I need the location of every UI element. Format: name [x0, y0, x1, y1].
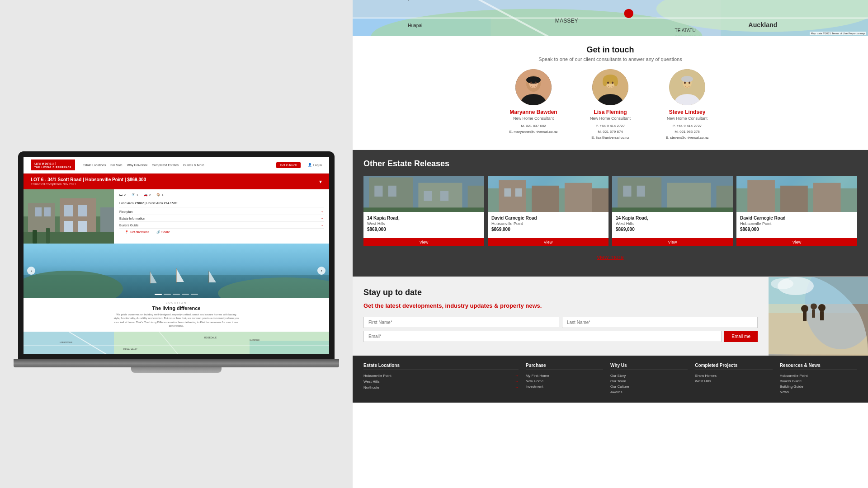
- footer-col-title-2: Purchase: [526, 363, 603, 370]
- bed-count: 2: [124, 193, 126, 197]
- release-price-4: $869,000: [740, 227, 854, 232]
- footer-link-hobsonville[interactable]: Hobsonville Point →: [363, 374, 519, 378]
- bed-icon: 🛏: [119, 193, 123, 197]
- nav-for-sale[interactable]: For Sale: [110, 164, 122, 167]
- svg-rect-104: [803, 312, 807, 321]
- nav-why-universal[interactable]: Why Universal: [127, 164, 147, 167]
- release-view-button-4[interactable]: View: [736, 238, 857, 246]
- slide-dot-2[interactable]: [164, 294, 171, 295]
- footer-item-show-homes[interactable]: Show Homes: [695, 374, 772, 378]
- release-price-3: $869,000: [616, 227, 729, 232]
- release-card-4: David Carnegie Road Hobsonville Point $8…: [736, 176, 857, 246]
- footer-item-our-culture[interactable]: Our Culture: [610, 385, 688, 389]
- share-link[interactable]: 🔗 Share: [156, 230, 170, 234]
- slide-dot-4[interactable]: [182, 294, 189, 295]
- footer-link-westhills[interactable]: West Hills →: [363, 380, 519, 384]
- first-name-input[interactable]: [363, 317, 559, 328]
- slide-dot-5[interactable]: [191, 294, 198, 295]
- email-input[interactable]: [363, 331, 722, 342]
- slide-dot-1[interactable]: [155, 294, 162, 295]
- floorplan-link[interactable]: Floorplan →: [119, 210, 324, 215]
- releases-grid: 14 Kapia Road, West Hills $869,000 View: [363, 176, 857, 246]
- slide-dots: [155, 294, 198, 295]
- release-view-button-2[interactable]: View: [488, 238, 609, 246]
- location-desc: We pride ourselves on building well-desi…: [113, 313, 240, 328]
- get-in-touch-section: Get in touch Speak to one of our client …: [353, 36, 868, 150]
- footer-link-northcote[interactable]: Northcote →: [363, 385, 519, 389]
- get-in-touch-subtitle: Speak to one of our client consultants t…: [366, 56, 854, 62]
- laptop-base: [14, 359, 339, 367]
- svg-point-62: [613, 77, 618, 86]
- svg-rect-82: [499, 180, 526, 212]
- footer-col-resources-news: Resources & News Hobsonville Point Buyer…: [780, 363, 857, 395]
- svg-text:MASSEY: MASSEY: [555, 18, 578, 24]
- get-in-touch-button[interactable]: Get in touch: [276, 162, 301, 168]
- footer-item-buyers-guide[interactable]: Buyers Guide: [780, 379, 857, 383]
- location-title: The living difference: [31, 305, 322, 311]
- right-panel: Taupaki WESTGATE DEVONPORT MASSEY TE ATA…: [353, 0, 868, 488]
- slide-prev-button[interactable]: ‹: [27, 267, 35, 275]
- svg-rect-94: [612, 208, 733, 212]
- slide-next-button[interactable]: ›: [317, 267, 326, 275]
- property-icons: 🛏 2 🚿 1 🚗 2: [119, 193, 324, 199]
- svg-rect-3: [35, 207, 42, 216]
- buyers-guide-link[interactable]: Buyers Guide →: [119, 224, 324, 229]
- release-address-3: 14 Kapia Road,: [616, 216, 729, 221]
- estate-info-link[interactable]: Estate Information →: [119, 217, 324, 222]
- consultant-3-name: Steve Lindsey: [669, 109, 706, 115]
- footer-item-news[interactable]: News: [780, 390, 857, 394]
- property-area: Land Area 276m² | House Area 224.15m²: [119, 202, 324, 207]
- footer-item-our-team[interactable]: Our Team: [610, 379, 688, 383]
- svg-point-103: [801, 305, 808, 312]
- consultant-3: Steve Lindsey New Home Consultant P. +64…: [658, 69, 717, 141]
- svg-rect-4: [44, 207, 51, 216]
- svg-rect-87: [515, 188, 522, 197]
- footer-item-investment[interactable]: Investment: [526, 385, 603, 389]
- release-view-button-1[interactable]: View: [363, 238, 484, 246]
- nav-completed-estates[interactable]: Completed Estates: [152, 164, 179, 167]
- footer-item-awards[interactable]: Awards: [610, 390, 688, 394]
- nav-links: Estate Locations For Sale Why Universal …: [82, 164, 269, 167]
- release-address-4: David Carnegie Road: [740, 216, 854, 221]
- arrow-icon: →: [515, 385, 519, 389]
- slideshow: ‹ ›: [24, 244, 329, 298]
- get-in-touch-title: Get in touch: [366, 45, 854, 55]
- consultant-1-contact: M. 021 837 002 E. maryanne@universal.co.…: [509, 123, 558, 135]
- release-info-4: David Carnegie Road Hobsonville Point $8…: [736, 212, 857, 238]
- release-view-button-3[interactable]: View: [612, 238, 733, 246]
- nav-guides-more[interactable]: Guides & More: [183, 164, 204, 167]
- svg-point-64: [612, 82, 613, 84]
- slide-dot-3[interactable]: [173, 294, 180, 295]
- svg-point-56: [535, 82, 537, 84]
- consultant-3-role: New Home Consultant: [667, 116, 708, 121]
- release-info-3: 14 Kapia Road, West Hills $869,000: [612, 212, 733, 238]
- footer-item-new-home[interactable]: New Home: [526, 379, 603, 383]
- footer-item-first-home[interactable]: My First Home: [526, 374, 603, 378]
- release-card-1: 14 Kapia Road, West Hills $869,000 View: [363, 176, 484, 246]
- footer-item-our-story[interactable]: Our Story: [610, 374, 688, 378]
- email-me-button[interactable]: Email me: [724, 331, 758, 342]
- footer-item-hobsonville-point[interactable]: Hobsonville Point: [780, 374, 857, 378]
- get-directions-link[interactable]: 📍 Get directions: [125, 230, 149, 234]
- consultant-2: Lisa Fleming New Home Consultant P. +64 …: [581, 69, 640, 141]
- consultant-3-contact: P. +64 9 414 2727 M. 021 963 278 E. stev…: [666, 123, 709, 141]
- login-link[interactable]: 👤 Log in: [308, 163, 322, 167]
- nav-estate-locations[interactable]: Estate Locations: [82, 164, 106, 167]
- expand-icon[interactable]: ▾: [319, 178, 322, 185]
- map-top: Taupaki WESTGATE DEVONPORT MASSEY TE ATA…: [353, 0, 868, 36]
- garage-icon: 🏠: [156, 193, 160, 197]
- svg-rect-85: [592, 188, 609, 212]
- view-more-link[interactable]: view more: [363, 246, 857, 267]
- svg-point-111: [771, 278, 793, 289]
- svg-text:GLENFIELD: GLENFIELD: [250, 339, 259, 341]
- last-name-input[interactable]: [562, 317, 758, 328]
- footer-item-building-guide[interactable]: Building Guide: [780, 385, 857, 389]
- footer-col-title-1: Estate Locations: [363, 363, 519, 370]
- svg-rect-84: [565, 183, 592, 212]
- release-price-2: $869,000: [491, 227, 605, 232]
- svg-point-54: [526, 76, 541, 84]
- release-img-4: [736, 176, 857, 212]
- footer-item-west-hills[interactable]: West Hills: [695, 379, 772, 383]
- slideshow-image: [24, 244, 329, 298]
- svg-rect-75: [374, 186, 382, 197]
